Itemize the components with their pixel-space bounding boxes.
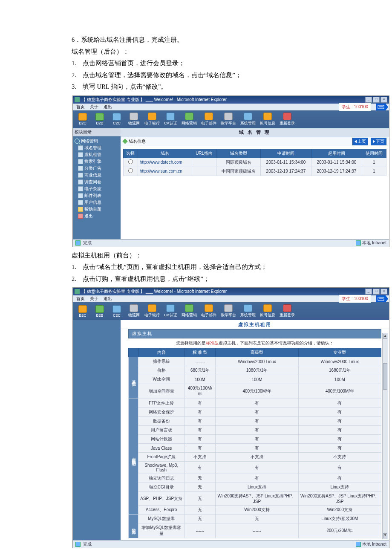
nav-c2c[interactable]: C2C — [110, 305, 123, 318]
page-icon — [78, 173, 83, 178]
col-content: 内容 — [138, 348, 185, 357]
maximize-icon[interactable]: □ — [373, 97, 380, 103]
status-bar: 完成 本地 Intranet — [73, 540, 389, 548]
tree-item-ezine[interactable]: 电子杂志 — [75, 186, 119, 192]
intranet-icon — [356, 542, 361, 547]
tree-item-help[interactable]: 帮助主题 — [75, 206, 119, 212]
table-row: 独立CGI目录无Linux支持Linux支持 — [129, 483, 381, 492]
minimize-icon[interactable]: _ — [365, 289, 372, 295]
nav-teach[interactable]: 教学平台 — [221, 113, 236, 126]
nav-email[interactable]: 电子邮件 — [201, 304, 216, 318]
menu-about[interactable]: 关于 — [90, 296, 98, 302]
page-icon — [78, 145, 83, 150]
nav-b2c[interactable]: B2C — [76, 113, 89, 125]
tree-item-mail[interactable]: 邮件列表 — [75, 193, 119, 199]
close-icon[interactable]: × — [380, 289, 387, 295]
nav-account[interactable]: 帐号信息 — [260, 113, 275, 126]
table-row[interactable]: http://www.dstech.com 国际顶级域名 2003-01-11 … — [124, 158, 386, 167]
minimize-icon[interactable]: _ — [365, 97, 372, 103]
stage-title: 域 名 管 理 — [121, 128, 389, 137]
table-row[interactable]: http://www.sun.com.cn 中国国家顶级域名 2003-12-1… — [124, 167, 386, 176]
menu-exit[interactable]: 退出 — [104, 296, 112, 302]
nav-ca[interactable]: CA认证 — [164, 113, 177, 126]
scroll-up-icon[interactable]: ▲ — [383, 334, 387, 339]
close-icon[interactable]: × — [380, 97, 387, 103]
nav-account[interactable]: 帐号信息 — [260, 304, 275, 318]
tree-item-exit[interactable]: 退出 — [75, 213, 119, 219]
vhost-table: 内容 标 准 型 高级型 专业型 基本情况 操作系统-------Windows… — [128, 348, 381, 538]
cell-type: 中国国家顶级域名 — [216, 167, 261, 176]
confirm-caption: 您选择租用的是标准型虚拟主机，下面列表是它的基本情况和功能的介绍，请确认： — [121, 338, 389, 348]
doc-line: 虚拟主机租用（前台）： — [72, 250, 341, 262]
row-radio[interactable] — [128, 168, 133, 173]
nav-netmkt[interactable]: 网络营销 — [182, 304, 197, 318]
nav-ca[interactable]: CA认证 — [164, 304, 177, 318]
menu-home[interactable]: 首页 — [76, 104, 85, 110]
nav-email[interactable]: 电子邮件 — [201, 113, 216, 126]
tree-item-search[interactable]: 搜索引擎 — [75, 159, 119, 165]
nav-b2c[interactable]: B2C — [76, 305, 89, 318]
doc-line: 2. 点击域名管理，选择需要修改的域名，点击“域名信息”； — [72, 69, 341, 81]
nav-ebank[interactable]: 电子银行 — [144, 304, 160, 318]
cell-urlto — [192, 167, 216, 176]
menu-exit[interactable]: 退出 — [104, 104, 112, 110]
nav-b2b[interactable]: B2B — [93, 113, 106, 125]
nav-sysmgr[interactable]: 系统管理 — [240, 304, 256, 318]
scroll-thumb[interactable] — [383, 363, 387, 390]
tree-item-domain[interactable]: 域名管理 — [75, 145, 119, 151]
student-badge: 学生 : 100100 — [339, 103, 371, 111]
app-menubar[interactable]: 首页 关于 退出 学生 : 100100 — [73, 295, 389, 302]
tree-item-survey[interactable]: 调查问卷 — [75, 179, 119, 185]
tree-item-user[interactable]: 用户信息 — [75, 199, 119, 205]
nav-sysmgr[interactable]: 系统管理 — [240, 113, 256, 126]
window-controls[interactable]: _ □ × — [365, 289, 387, 295]
student-arrow-icon — [376, 295, 386, 302]
main-nav[interactable]: B2C B2B C2C 物流网 电子银行 CA认证 网络营销 电子邮件 教学平台… — [73, 110, 389, 128]
row-radio[interactable] — [128, 159, 133, 164]
menu-home[interactable]: 首页 — [76, 296, 85, 302]
nav-logistics[interactable]: 物流网 — [127, 304, 140, 318]
doc-paragraphs-mid: 虚拟主机租用（前台）： 1. 点击“域名主机”页面，查看虚拟主机租用，选择合适自… — [72, 250, 341, 285]
nav-logistics[interactable]: 物流网 — [127, 113, 140, 126]
tree-item-ads[interactable]: 分类广告 — [75, 165, 119, 171]
status-bar: 完成 本地 Intranet — [73, 239, 389, 247]
table-row: 基本情况 操作系统-------Windows2000 LinuxWindows… — [129, 357, 381, 366]
nav-relogin[interactable]: 重新登录 — [280, 113, 295, 126]
nav-teach[interactable]: 教学平台 — [221, 304, 236, 318]
main-nav[interactable]: B2C B2B C2C 物流网 电子银行 CA认证 网络营销 电子邮件 教学平台… — [73, 302, 389, 320]
tree-root[interactable]: 网络营销 — [75, 138, 119, 144]
window-controls[interactable]: _ □ × — [365, 97, 387, 103]
app-menubar[interactable]: 首页 关于 退出 学生 : 100100 — [73, 104, 389, 110]
table-row: 增加空间容量400元/100M/年400元/100M/年400元/100M/年 — [129, 384, 381, 399]
pager-next-button[interactable]: 下页 — [371, 138, 386, 145]
vertical-scrollbar[interactable]: ▲ ▼ — [382, 333, 388, 539]
cell-apply: 2003-01-11 15:34:00 — [261, 158, 311, 167]
col-url: URL指向 — [192, 149, 216, 158]
student-arrow-icon — [376, 104, 386, 110]
intranet-icon — [356, 240, 361, 246]
pager-prev-button[interactable]: 上页 — [352, 138, 368, 145]
toolbar-label: 域名信息 — [129, 139, 146, 145]
nav-netmkt[interactable]: 网络营销 — [182, 113, 197, 126]
maximize-icon[interactable]: □ — [373, 289, 380, 295]
col-domain: 域名 — [138, 149, 192, 158]
nav-ebank[interactable]: 电子银行 — [144, 113, 160, 126]
nav-b2b[interactable]: B2B — [93, 305, 106, 318]
page-icon — [78, 152, 83, 157]
nav-relogin[interactable]: 重新登录 — [280, 304, 295, 318]
tree-item-vhost[interactable]: 虚机租管 — [75, 152, 119, 158]
table-row: 独立访问日志无有有 — [129, 474, 381, 483]
table-row: Web空间100M100M100M — [129, 375, 381, 384]
table-row: 网络安全保护有有有 — [129, 408, 381, 417]
page-icon — [78, 193, 83, 198]
table-row: 数据库 MySQL数据库无无Linux支持/预装30M — [129, 515, 381, 523]
col-start: 起用时间 — [311, 149, 362, 158]
tree-item-biz[interactable]: 商业信息 — [75, 172, 119, 178]
cell-start: 2003-01-11 15:34:00 — [311, 158, 362, 167]
main-panel: 虚拟主机租用 虚拟主机 您选择租用的是标准型虚拟主机，下面列表是它的基本情况和功… — [121, 320, 389, 540]
page-icon — [78, 200, 83, 205]
menu-about[interactable]: 关于 — [90, 104, 98, 110]
scroll-down-icon[interactable]: ▼ — [383, 533, 387, 538]
nav-c2c[interactable]: C2C — [110, 113, 123, 125]
sidebar-tree[interactable]: 网络营销 域名管理 虚机租管 搜索引擎 分类广告 商业信息 调查问卷 电子杂志 … — [73, 136, 121, 223]
